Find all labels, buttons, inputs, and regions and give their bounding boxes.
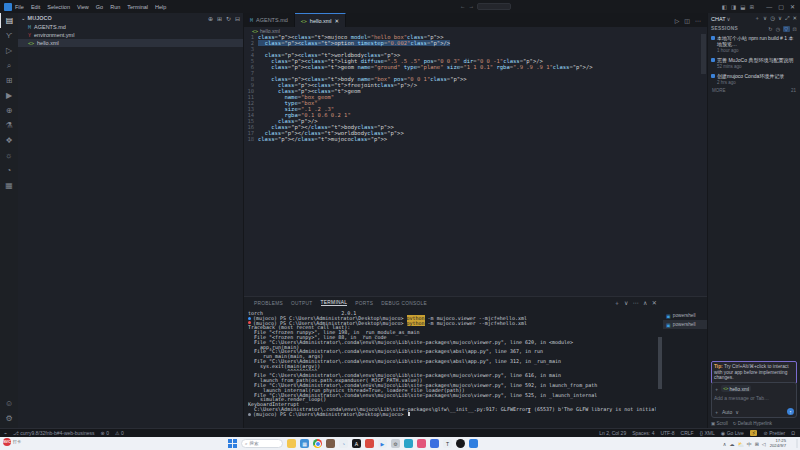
status-encoding[interactable]: UTF-8 <box>660 430 674 436</box>
terminal-scrollbar[interactable] <box>658 311 662 423</box>
taskbar-icon-teal-app[interactable] <box>404 439 413 448</box>
terminal-output[interactable]: torch 2.0.1(mujoco) PS C:\Users\Administ… <box>248 311 656 425</box>
layout-toggle-icon-1[interactable]: ◨ <box>731 4 736 10</box>
chat-footer-toggle-1[interactable]: ↻ Default Hyperlink <box>733 421 772 426</box>
chat-footer-toggle-0[interactable]: ▣ Scroll <box>711 421 728 426</box>
chat-session-item[interactable]: 完善 MuJoCo 典型环境与配置说明52 mins ago <box>708 55 800 71</box>
layout-toggle-icon-2[interactable]: ⬓ <box>740 4 745 10</box>
taskbar-icon-arrow-app[interactable]: ▶ <box>378 439 387 448</box>
status-indentation[interactable]: Spaces: 4 <box>632 430 654 436</box>
panel-tab-debug-console[interactable]: DEBUG CONSOLE <box>381 301 427 306</box>
menu-item-help[interactable]: Help <box>155 4 166 10</box>
menu-item-file[interactable]: File <box>15 4 24 10</box>
taskbar-search[interactable]: ⌕ 搜索 <box>241 439 283 448</box>
attach-button[interactable]: ＋ <box>714 409 719 415</box>
taskbar-icon-blue2-app[interactable] <box>469 439 478 448</box>
status-warnings[interactable]: ⚠0 <box>115 430 124 436</box>
status-cursor-position[interactable]: Ln 2, Col 29 <box>599 430 626 436</box>
status-language-mode[interactable]: {}XML <box>700 430 715 436</box>
chat-session-item[interactable]: 创建mujoco Conda环境并记录2 hrs ago <box>708 71 800 87</box>
tray-icon-4[interactable]: ⊞ <box>755 441 759 447</box>
terminal-session-item[interactable]: ▣powershell <box>663 311 707 320</box>
refresh-icon[interactable]: ↻ <box>226 15 231 22</box>
context-chip[interactable]: <> hello.xml <box>721 385 751 392</box>
taskbar-icon-blue-app[interactable] <box>430 439 439 448</box>
nav-back-icon[interactable]: ← <box>460 3 466 9</box>
breadcrumb[interactable]: <> hello.xml <box>244 27 707 34</box>
panel-tab-problems[interactable]: PROBLEMS <box>254 301 283 306</box>
taskbar-icon-settings-app[interactable]: ⚙ <box>391 439 400 448</box>
taskbar-icon-photos[interactable]: ▦ <box>300 439 309 448</box>
filter-funnel-icon[interactable]: ▽ <box>783 26 789 32</box>
taskbar-icon-pink-app[interactable] <box>417 439 426 448</box>
menu-item-run[interactable]: Run <box>110 4 120 10</box>
taskbar-icon-t-app[interactable]: T <box>443 439 452 448</box>
start-button[interactable] <box>228 439 237 448</box>
search-command-box[interactable] <box>477 3 511 10</box>
panel-action-icon-4[interactable]: ✕ <box>652 299 657 308</box>
editor-scrollbar[interactable] <box>701 34 706 296</box>
history-dropdown-icon[interactable]: ∨ <box>778 15 782 22</box>
menu-item-view[interactable]: View <box>77 4 89 10</box>
menu-item-go[interactable]: Go <box>96 4 103 10</box>
tab-AGENTS.md[interactable]: MAGENTS.md <box>244 13 295 27</box>
layout-toggle-icon-0[interactable]: ◧ <box>722 4 727 10</box>
status-eol[interactable]: CRLF <box>681 430 694 436</box>
menu-item-selection[interactable]: Selection <box>47 4 70 10</box>
file-item[interactable]: <>hello.xml <box>18 39 243 47</box>
code-editor[interactable]: 1class="p"><class="t">mujoco model="hell… <box>244 34 700 296</box>
tray-icon-0[interactable]: ∧ <box>723 441 727 447</box>
run-debug-icon[interactable]: ▷ <box>0 43 18 58</box>
docker-icon[interactable]: ◔ <box>0 163 18 178</box>
status-remote[interactable]: ⌁ <box>4 430 7 436</box>
taskbar-clock[interactable]: 17:25 2024/9/7 <box>770 439 786 448</box>
model-selector[interactable]: Auto <box>722 409 732 415</box>
testing-flask-icon[interactable]: ⚗ <box>0 118 18 133</box>
explorer-icon[interactable]: ▤ <box>0 13 18 28</box>
nav-forward-icon[interactable]: → <box>469 3 475 9</box>
tray-icon-5[interactable]: ◁ <box>762 441 766 447</box>
menu-item-edit[interactable]: Edit <box>31 4 40 10</box>
add-context-button[interactable]: ＋ <box>714 386 719 392</box>
chat-input-box[interactable]: ＋ <> hello.xml Add a message or Tab… ＋ A… <box>711 382 797 418</box>
explorer-header[interactable]: ⌄ MUJOCO ⊕⊞↻⊟ <box>18 13 243 23</box>
close-button[interactable]: ✕ <box>790 3 795 10</box>
extensions-icon[interactable]: ⊞ <box>0 73 18 88</box>
panel-tab-ports[interactable]: PORTS <box>355 301 373 306</box>
tray-icon-1[interactable]: ☁ <box>729 441 734 447</box>
panel-action-icon-1[interactable]: ∨ <box>624 299 629 308</box>
collapse-all-icon[interactable]: ⊟ <box>235 15 240 22</box>
minimize-button[interactable]: — <box>766 4 772 10</box>
tray-icon-2[interactable]: ⛅ <box>737 441 743 447</box>
maximize-button[interactable]: ▢ <box>778 3 784 10</box>
close-icon[interactable]: ✕ <box>792 15 797 22</box>
database-icon[interactable]: ▦ <box>0 178 18 193</box>
sessions-more-row[interactable]: MORE 21 <box>708 87 800 94</box>
editor-action-icon-0[interactable]: ▷ <box>675 17 680 24</box>
refresh-icon[interactable]: ↻ <box>768 26 773 32</box>
open-panel-icon[interactable]: ⊡ <box>793 26 798 32</box>
more-label[interactable]: MORE <box>712 88 726 93</box>
panel-action-icon-0[interactable]: ＋ <box>614 299 620 308</box>
settings-gear-icon[interactable]: ⚙ <box>0 411 18 426</box>
panel-action-icon-3[interactable]: ∧ <box>643 299 648 308</box>
chat-copilot-icon[interactable]: ❖ <box>0 133 18 148</box>
search-icon[interactable]: ◷ <box>776 26 781 32</box>
taskbar-corner-app[interactable]: NVC 打卡 <box>3 438 21 446</box>
status-quick-action[interactable]: ⚡ <box>750 430 758 436</box>
chat-input-placeholder[interactable]: Add a message or Tab… <box>714 395 794 401</box>
tray-icon-3[interactable]: 中 <box>747 441 752 447</box>
close-icon[interactable]: ✕ <box>335 18 340 24</box>
taskbar-icon-chrome[interactable] <box>313 439 322 448</box>
source-control-icon[interactable]: ϒ <box>0 28 18 43</box>
show-desktop-button[interactable] <box>796 439 798 448</box>
file-item[interactable]: Yenvironment.yml <box>18 31 243 39</box>
chat-tab[interactable]: CHAT <box>711 16 726 22</box>
editor-action-icon-1[interactable]: ◫ <box>684 17 690 24</box>
panel-action-icon-2[interactable]: ⋯ <box>633 299 639 308</box>
new-folder-icon[interactable]: ⊞ <box>217 15 222 22</box>
tab-hello.xml[interactable]: <>hello.xml✕ <box>295 13 346 27</box>
new-chat-icon[interactable]: ＋ <box>755 15 761 22</box>
status-errors[interactable]: ⊗0 <box>101 430 109 436</box>
status-notifications-bell[interactable]: Ω <box>791 430 795 436</box>
